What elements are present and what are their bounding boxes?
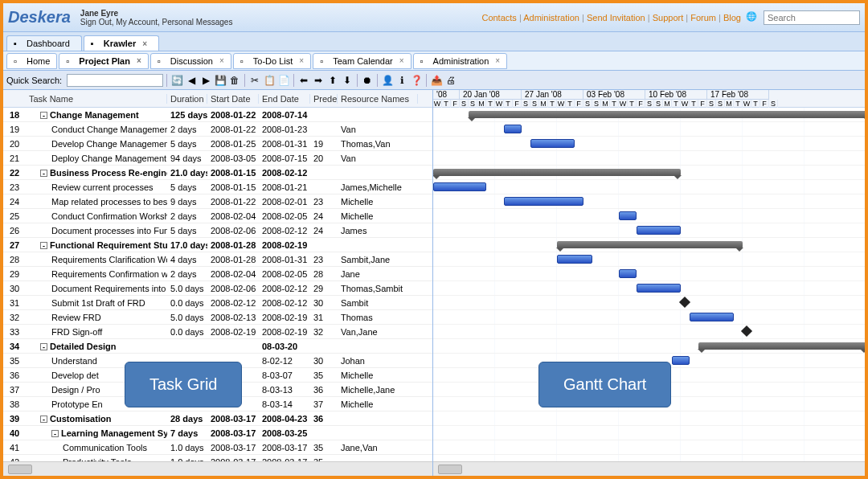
sub-tab-discussion[interactable]: ▫Discussion× bbox=[150, 53, 231, 69]
globe-icon[interactable]: 🌐 bbox=[746, 11, 759, 24]
gantt-row bbox=[433, 151, 865, 166]
expand-icon[interactable]: - bbox=[51, 430, 59, 437]
close-icon[interactable]: × bbox=[219, 56, 224, 65]
milestone-marker[interactable] bbox=[741, 325, 752, 337]
gantt-bar[interactable] bbox=[557, 241, 743, 248]
table-row[interactable]: 26Document processes into Functi5 days20… bbox=[3, 223, 432, 238]
help-icon[interactable]: ❓ bbox=[410, 74, 423, 87]
gantt-bar[interactable] bbox=[619, 211, 637, 220]
grid-body[interactable]: 18-Change Management125 days2008-01-2220… bbox=[3, 108, 432, 461]
info-icon[interactable]: ℹ bbox=[395, 74, 408, 87]
user-links[interactable]: Sign Out, My Account, Personal Messages bbox=[80, 18, 233, 27]
delete-icon[interactable]: 🗑 bbox=[228, 74, 241, 87]
table-row[interactable]: 20Develop Change Management Pl5 days2008… bbox=[3, 137, 432, 151]
topnav-contacts[interactable]: Contacts bbox=[481, 13, 516, 23]
col-duration[interactable]: Duration bbox=[167, 94, 207, 104]
expand-icon[interactable]: - bbox=[40, 416, 47, 423]
topnav-send-invitation[interactable]: Send Invitation bbox=[587, 13, 645, 23]
sub-tab-team-calendar[interactable]: ▫Team Calendar× bbox=[313, 53, 411, 69]
back-icon[interactable]: ◀ bbox=[185, 74, 198, 87]
export-icon[interactable]: 📤 bbox=[430, 74, 443, 87]
table-row[interactable]: 29Requirements Confirmation work2 days20… bbox=[3, 267, 432, 281]
close-icon[interactable]: × bbox=[495, 56, 500, 65]
topnav-blog[interactable]: Blog bbox=[723, 13, 741, 23]
col-pred[interactable]: Predec bbox=[310, 94, 338, 104]
search-input[interactable] bbox=[764, 10, 860, 25]
table-row[interactable]: 18-Change Management125 days2008-01-2220… bbox=[3, 108, 432, 122]
quick-search-label: Quick Search: bbox=[6, 76, 62, 85]
gantt-bar[interactable] bbox=[433, 169, 681, 176]
table-row[interactable]: 31Submit 1st Draft of FRD0.0 days2008-02… bbox=[3, 296, 432, 310]
gantt-bar[interactable] bbox=[557, 255, 592, 264]
gantt-bar[interactable] bbox=[469, 111, 865, 118]
outdent-icon[interactable]: ⬅ bbox=[297, 74, 310, 87]
sub-tab-home[interactable]: ▫Home bbox=[6, 53, 57, 69]
table-row[interactable]: 39-Customisation28 days2008-03-172008-04… bbox=[3, 411, 432, 426]
print-icon[interactable]: 🖨 bbox=[444, 74, 457, 87]
col-enddate[interactable]: End Date bbox=[259, 94, 310, 104]
app-tab-dashboard[interactable]: ▪Dashboard bbox=[6, 35, 82, 51]
save-icon[interactable]: 💾 bbox=[214, 74, 227, 87]
expand-icon[interactable]: - bbox=[40, 170, 47, 177]
indent-icon[interactable]: ➡ bbox=[312, 74, 325, 87]
record-icon[interactable]: ⏺ bbox=[361, 74, 374, 87]
topnav-support[interactable]: Support bbox=[653, 13, 684, 23]
col-res[interactable]: Resource Names bbox=[338, 94, 418, 104]
gantt-row bbox=[433, 180, 865, 194]
gantt-bar[interactable] bbox=[530, 139, 575, 148]
gantt-bar[interactable] bbox=[433, 182, 486, 191]
table-row[interactable]: 28Requirements Clarification Works4 days… bbox=[3, 252, 432, 267]
sub-tab-to-do-list[interactable]: ▫To-Do List× bbox=[233, 53, 311, 69]
table-row[interactable]: 22-Business Process Re-engineerin21.0 da… bbox=[3, 166, 432, 180]
gantt-bar[interactable] bbox=[637, 226, 681, 235]
table-row[interactable]: 21Deploy Change Management Act94 days200… bbox=[3, 151, 432, 166]
moveup-icon[interactable]: ⬆ bbox=[326, 74, 339, 87]
topnav-administration[interactable]: Administration bbox=[523, 13, 579, 23]
timeline-day: F bbox=[698, 100, 707, 108]
gantt-bar[interactable] bbox=[637, 284, 681, 293]
table-row[interactable]: 24Map related processes to best p9 days2… bbox=[3, 194, 432, 209]
movedown-icon[interactable]: ⬇ bbox=[341, 74, 354, 87]
topnav-forum[interactable]: Forum bbox=[690, 13, 716, 23]
quick-search-input[interactable] bbox=[67, 74, 163, 87]
close-icon[interactable]: × bbox=[142, 39, 147, 48]
cut-icon[interactable]: ✂ bbox=[248, 74, 261, 87]
user-icon[interactable]: 👤 bbox=[381, 74, 394, 87]
milestone-marker[interactable] bbox=[679, 297, 690, 308]
sub-tab-administration[interactable]: ▫Administration× bbox=[413, 53, 508, 69]
copy-icon[interactable]: 📋 bbox=[263, 74, 276, 87]
table-row[interactable]: 27-Functional Requirement Study17.0 days… bbox=[3, 238, 432, 252]
refresh-icon[interactable]: 🔄 bbox=[170, 74, 183, 87]
table-row[interactable]: 40-Learning Management Syste7 days2008-0… bbox=[3, 426, 432, 440]
table-row[interactable]: 30Document Requirements into FR5.0 days2… bbox=[3, 281, 432, 296]
gantt-body[interactable] bbox=[433, 108, 865, 461]
expand-icon[interactable]: - bbox=[40, 112, 47, 119]
col-startdate[interactable]: Start Date bbox=[207, 94, 259, 104]
forward-icon[interactable]: ▶ bbox=[199, 74, 212, 87]
table-row[interactable]: 23Review current processes5 days2008-01-… bbox=[3, 180, 432, 194]
table-row[interactable]: 25Conduct Confirmation Workshop2 days200… bbox=[3, 209, 432, 223]
table-row[interactable]: 33FRD Sign-off0.0 days2008-02-192008-02-… bbox=[3, 325, 432, 339]
col-taskname[interactable]: Task Name bbox=[26, 94, 167, 104]
close-icon[interactable]: × bbox=[299, 56, 304, 65]
gantt-hscroll[interactable] bbox=[433, 461, 865, 476]
sub-tab-project-plan[interactable]: ▫Project Plan× bbox=[59, 53, 148, 69]
gantt-bar[interactable] bbox=[504, 197, 583, 206]
gantt-bar[interactable] bbox=[672, 356, 690, 365]
grid-hscroll[interactable] bbox=[3, 461, 432, 476]
expand-icon[interactable]: - bbox=[40, 343, 47, 350]
paste-icon[interactable]: 📄 bbox=[277, 74, 290, 87]
table-row[interactable]: 32Review FRD5.0 days2008-02-132008-02-19… bbox=[3, 310, 432, 325]
expand-icon[interactable]: - bbox=[40, 242, 47, 249]
gantt-bar[interactable] bbox=[698, 342, 865, 350]
gantt-bar[interactable] bbox=[619, 269, 637, 278]
table-row[interactable]: 41Communication Tools1.0 days2008-03-172… bbox=[3, 440, 432, 455]
gantt-bar[interactable] bbox=[504, 125, 522, 133]
table-row[interactable]: 34-Detailed Design08-03-20 bbox=[3, 339, 432, 354]
gantt-bar[interactable] bbox=[690, 313, 734, 321]
app-tab-krawler[interactable]: ▪Krawler× bbox=[84, 35, 159, 51]
table-row[interactable]: 19Conduct Change Management Pl2 days2008… bbox=[3, 122, 432, 137]
close-icon[interactable]: × bbox=[137, 56, 141, 65]
close-icon[interactable]: × bbox=[399, 56, 404, 65]
table-row[interactable]: 42Productivity Tools1.0 days2008-03-1720… bbox=[3, 455, 432, 461]
